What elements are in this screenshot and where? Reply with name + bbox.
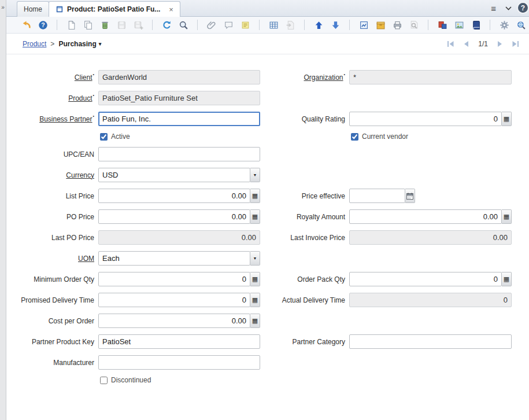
- detail-record-button[interactable]: [330, 19, 341, 31]
- price-effective-calendar-button[interactable]: [405, 189, 415, 203]
- archive-button[interactable]: [375, 19, 386, 31]
- organization-label[interactable]: Organization: [304, 73, 343, 82]
- application-window: » Home Product: PatioSet Patio Fu... × ≡: [0, 0, 529, 420]
- refresh-button[interactable]: [161, 19, 172, 31]
- close-tab-icon[interactable]: ×: [169, 6, 173, 13]
- calculator-icon: ▦: [252, 276, 258, 282]
- save-create-new-button[interactable]: [132, 19, 144, 31]
- po-price-calculator-button[interactable]: ▦: [250, 209, 260, 224]
- grid-toggle-button[interactable]: [268, 19, 279, 31]
- save-button[interactable]: [116, 19, 127, 31]
- delete-record-button[interactable]: [99, 19, 110, 31]
- upc-input[interactable]: [98, 147, 260, 161]
- royalty-amount-input[interactable]: [349, 209, 502, 224]
- breadcrumb-parent-link[interactable]: Product: [23, 40, 46, 48]
- print-button[interactable]: [391, 19, 403, 31]
- list-price-field: ▦: [98, 189, 260, 203]
- list-price-input[interactable]: [98, 189, 250, 203]
- manufacturer-input[interactable]: [98, 355, 260, 370]
- quality-rating-input[interactable]: [349, 112, 502, 126]
- help-button[interactable]: ?: [37, 19, 49, 31]
- last-record-button[interactable]: [512, 41, 519, 47]
- first-record-button[interactable]: [447, 41, 454, 47]
- po-price-field: ▦: [98, 209, 260, 224]
- copy-record-button[interactable]: [82, 19, 94, 31]
- chat-button[interactable]: [223, 19, 234, 31]
- quality-rating-calculator-button[interactable]: ▦: [502, 112, 512, 126]
- last-po-price-label: Last PO Price: [51, 234, 94, 242]
- ignore-changes-button[interactable]: [20, 19, 32, 31]
- partner-product-key-input[interactable]: [98, 334, 260, 349]
- actual-delivery-time-field: [349, 293, 512, 307]
- toolbar-separator: [428, 20, 428, 30]
- currency-label[interactable]: Currency: [66, 171, 94, 179]
- help-badge[interactable]: ?: [517, 2, 529, 14]
- po-price-input[interactable]: [98, 209, 250, 224]
- zoom-across-button[interactable]: [515, 19, 527, 31]
- price-effective-input[interactable]: [349, 189, 405, 203]
- calculator-icon: ▦: [504, 276, 509, 282]
- calculator-icon: ▦: [252, 213, 258, 220]
- minimum-order-qty-input[interactable]: [98, 272, 250, 286]
- uom-label[interactable]: UOM: [78, 255, 94, 263]
- promised-delivery-time-calculator-button[interactable]: ▦: [250, 293, 260, 307]
- uom-input[interactable]: [98, 251, 250, 266]
- report-button[interactable]: [358, 19, 369, 31]
- order-pack-qty-calculator-button[interactable]: ▦: [502, 272, 512, 286]
- tab-product-window[interactable]: Product: PatioSet Patio Fu... ×: [49, 1, 180, 17]
- print-preview-button[interactable]: [408, 19, 420, 31]
- promised-delivery-time-input[interactable]: [98, 293, 250, 307]
- previous-record-button[interactable]: [464, 41, 468, 47]
- currency-input[interactable]: [98, 168, 250, 182]
- record-navigation: 1/1: [447, 40, 524, 48]
- cost-per-order-input[interactable]: [98, 314, 250, 328]
- tab-home[interactable]: Home: [17, 1, 49, 17]
- royalty-amount-calculator-button[interactable]: ▦: [502, 209, 512, 224]
- manufacturer-label: Manufacturer: [53, 359, 94, 367]
- last-po-price-field: [98, 230, 260, 245]
- mandatory-indicator: •: [93, 72, 94, 76]
- last-invoice-price-label: Last Invoice Price: [290, 234, 345, 242]
- active-checkbox[interactable]: [100, 133, 108, 141]
- current-vendor-checkbox[interactable]: [351, 133, 358, 141]
- currency-dropdown-button[interactable]: ▼: [250, 168, 260, 182]
- product-label[interactable]: Product: [68, 94, 92, 102]
- west-panel-toggle[interactable]: »: [0, 0, 6, 420]
- organization-input: [349, 70, 512, 84]
- business-partner-label[interactable]: Business Partner: [39, 115, 92, 123]
- actual-delivery-time-label: Actual Delivery Time: [282, 296, 345, 304]
- chevron-down-icon: ▼: [253, 256, 257, 260]
- label-button[interactable]: [239, 19, 251, 31]
- quick-form-button[interactable]: [284, 19, 296, 31]
- tab-controls: ≡: [491, 0, 512, 17]
- attachment-button[interactable]: [206, 19, 217, 31]
- requests-button[interactable]: [436, 19, 448, 31]
- royalty-amount-label: Royalty Amount: [297, 213, 345, 221]
- mandatory-indicator: •: [344, 72, 345, 76]
- documentation-button[interactable]: [470, 19, 482, 31]
- process-button[interactable]: [498, 19, 510, 31]
- breadcrumb-current-tab[interactable]: Purchasing ▾: [58, 40, 101, 48]
- tab-menu-icon[interactable]: ≡: [491, 3, 496, 13]
- next-record-button[interactable]: [498, 41, 502, 47]
- chevron-down-icon[interactable]: [505, 6, 512, 10]
- order-pack-qty-input[interactable]: [349, 272, 502, 286]
- active-field: Active: [98, 132, 260, 141]
- list-price-calculator-button[interactable]: ▦: [250, 189, 260, 203]
- parent-record-button[interactable]: [313, 19, 324, 31]
- partner-product-key-label: Partner Product Key: [32, 338, 94, 346]
- partner-category-input[interactable]: [349, 334, 512, 349]
- cost-per-order-calculator-button[interactable]: ▦: [250, 314, 260, 328]
- new-record-button[interactable]: [65, 19, 77, 31]
- currency-field: ▼: [98, 168, 260, 182]
- client-label[interactable]: Client: [75, 73, 93, 82]
- discontinued-label: Discontinued: [111, 376, 151, 384]
- discontinued-checkbox[interactable]: [100, 377, 108, 384]
- toolbar-separator: [304, 20, 305, 30]
- workflow-button[interactable]: [453, 19, 465, 31]
- uom-dropdown-button[interactable]: ▼: [250, 251, 260, 266]
- order-pack-qty-label: Order Pack Qty: [297, 275, 345, 283]
- business-partner-input[interactable]: [98, 112, 260, 126]
- minimum-order-qty-calculator-button[interactable]: ▦: [250, 272, 260, 286]
- find-record-button[interactable]: [177, 19, 189, 31]
